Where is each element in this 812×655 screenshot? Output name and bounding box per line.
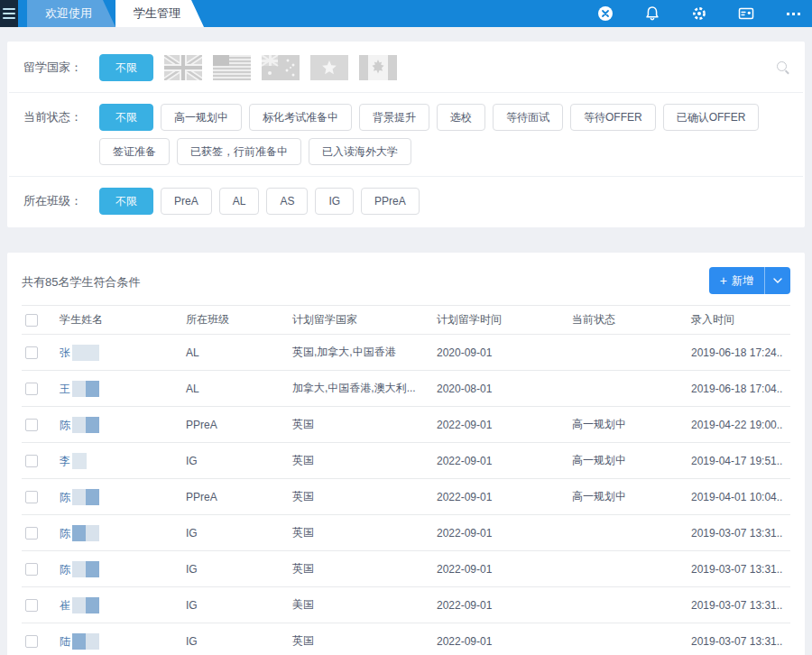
country-filter-label: 留学国家：	[23, 54, 99, 81]
column-header-class: 所在班级	[182, 306, 289, 335]
results-head: 共有85名学生符合条件	[7, 253, 805, 301]
student-name-link[interactable]: 陆	[60, 635, 70, 648]
plan-date-cell: 2022-09-01	[433, 443, 568, 479]
status-option-button[interactable]: 高一规划中	[161, 104, 242, 131]
status-option-button[interactable]: 选校	[437, 104, 485, 131]
countries-cell: 英国	[289, 443, 433, 479]
row-checkbox[interactable]	[25, 455, 38, 467]
status-option-button[interactable]: 标化考试准备中	[249, 104, 352, 131]
tab-student-management[interactable]: 学生管理	[115, 0, 204, 27]
class-option-button[interactable]: AL	[219, 188, 260, 215]
table-row[interactable]: 王 AL 加拿大,中国香港,澳大利... 2020-08-01 2019-06-…	[22, 371, 790, 407]
status-option-button[interactable]: 背景提升	[359, 104, 429, 131]
close-circle-icon[interactable]	[597, 5, 614, 22]
plan-date-cell: 2022-09-01	[433, 623, 568, 655]
status-option-button[interactable]: 已入读海外大学	[309, 138, 411, 165]
settings-gear-icon[interactable]	[691, 5, 707, 22]
tab-welcome-label: 欢迎使用	[45, 6, 92, 20]
student-name-link[interactable]: 陈	[60, 563, 70, 576]
student-name-link[interactable]: 陈	[60, 527, 70, 540]
class-cell: IG	[182, 515, 289, 551]
created-cell: 2019-04-01 10:04..	[687, 479, 790, 515]
filter-card: 留学国家： 不限 当前状态： 不限 高一规划中 标化考试	[7, 42, 805, 227]
column-header-name: 学生姓名	[56, 306, 182, 335]
censored-name-block	[72, 561, 99, 577]
student-name-link[interactable]: 陈	[60, 419, 70, 431]
class-cell: IG	[182, 587, 289, 623]
status-option-button[interactable]: 等待OFFER	[570, 104, 656, 131]
created-cell: 2019-03-07 13:31..	[687, 623, 790, 655]
chevron-down-icon[interactable]	[765, 278, 790, 283]
row-checkbox[interactable]	[25, 563, 38, 576]
status-cell	[568, 335, 687, 371]
created-cell: 2019-04-22 19:00..	[687, 407, 790, 443]
student-name-link[interactable]: 李	[60, 455, 70, 467]
class-option-button[interactable]: IG	[315, 188, 354, 215]
add-student-label: 新增	[732, 273, 753, 289]
column-header-created: 录入时间	[687, 306, 790, 335]
status-option-button[interactable]: 已获签，行前准备中	[177, 138, 301, 165]
select-all-checkbox[interactable]	[25, 314, 38, 327]
notification-bell-icon[interactable]	[644, 5, 660, 22]
status-option-button[interactable]: 等待面试	[493, 104, 563, 131]
class-option-button[interactable]: PreA	[161, 188, 212, 215]
status-cell	[568, 623, 687, 655]
results-summary: 共有85名学生符合条件	[22, 275, 140, 289]
row-checkbox[interactable]	[25, 635, 38, 648]
status-cell	[568, 587, 687, 623]
plus-icon: +	[720, 274, 727, 287]
table-row[interactable]: 陆 IG 英国 2022-09-01 2019-03-07 13:31..	[22, 623, 790, 655]
student-name-link[interactable]: 陈	[60, 491, 70, 503]
table-row[interactable]: 陈 IG 英国 2022-09-01 2019-03-07 13:31..	[22, 515, 790, 551]
row-checkbox[interactable]	[25, 527, 38, 540]
class-cell: AL	[182, 335, 289, 371]
status-cell	[568, 551, 687, 587]
table-row[interactable]: 张 AL 英国,加拿大,中国香港 2020-09-01 2019-06-18 1…	[22, 335, 790, 371]
class-any-button[interactable]: 不限	[99, 188, 153, 215]
flag-australia-icon[interactable]	[262, 55, 300, 80]
class-option-button[interactable]: AS	[266, 188, 308, 215]
id-card-icon[interactable]	[738, 5, 754, 22]
censored-name-block	[72, 597, 99, 613]
table-row[interactable]: 陈 IG 英国 2022-09-01 2019-03-07 13:31..	[22, 551, 790, 587]
row-checkbox[interactable]	[25, 491, 38, 503]
censored-name-block	[72, 489, 99, 505]
topbar-icons	[597, 0, 812, 27]
add-student-button[interactable]: + 新增	[709, 267, 790, 294]
student-name-link[interactable]: 王	[60, 383, 70, 395]
flag-uk-icon[interactable]	[164, 55, 202, 80]
countries-cell: 英国,加拿大,中国香港	[289, 335, 433, 371]
class-option-button[interactable]: PPreA	[361, 188, 420, 215]
flag-canada-icon[interactable]	[359, 55, 397, 80]
table-row[interactable]: 陈 PPreA 英国 2022-09-01 高一规划中 2019-04-01 1…	[22, 479, 790, 515]
student-name-link[interactable]: 张	[60, 346, 70, 359]
row-checkbox[interactable]	[25, 419, 38, 431]
plan-date-cell: 2020-08-01	[433, 371, 568, 407]
more-icon[interactable]	[785, 5, 801, 22]
country-any-button[interactable]: 不限	[99, 54, 153, 81]
table-row[interactable]: 崔 IG 美国 2022-09-01 2019-03-07 13:31..	[22, 587, 790, 623]
status-option-button[interactable]: 已确认OFFER	[663, 104, 760, 131]
add-student-main[interactable]: + 新增	[709, 273, 764, 289]
status-cell	[568, 371, 687, 407]
class-cell: IG	[182, 551, 289, 587]
hamburger-menu-icon[interactable]	[0, 0, 18, 27]
search-icon[interactable]	[777, 61, 787, 71]
tab-student-management-label: 学生管理	[134, 6, 180, 20]
class-filter-row: 所在班级： 不限 PreA AL AS IG PPreA	[7, 177, 805, 226]
status-any-button[interactable]: 不限	[99, 104, 153, 131]
censored-name-block	[72, 525, 99, 541]
row-checkbox[interactable]	[25, 599, 38, 612]
status-cell: 高一规划中	[568, 443, 687, 479]
tab-welcome[interactable]: 欢迎使用	[27, 0, 115, 27]
row-checkbox[interactable]	[25, 383, 38, 395]
table-row[interactable]: 李 IG 英国 2022-09-01 高一规划中 2019-04-17 19:5…	[22, 443, 790, 479]
student-name-link[interactable]: 崔	[60, 599, 70, 612]
status-option-button[interactable]: 签证准备	[99, 138, 170, 165]
status-cell	[568, 515, 687, 551]
flag-usa-icon[interactable]	[213, 55, 251, 80]
flag-hong-kong-icon[interactable]	[310, 55, 348, 80]
table-row[interactable]: 陈 PPreA 英国 2022-09-01 高一规划中 2019-04-22 1…	[22, 407, 790, 443]
status-cell: 高一规划中	[568, 479, 687, 515]
row-checkbox[interactable]	[25, 346, 38, 359]
